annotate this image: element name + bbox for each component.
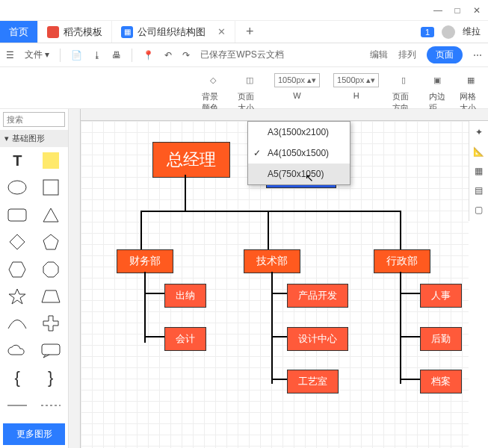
shape-hexagon[interactable] bbox=[3, 259, 32, 280]
menu-edit[interactable]: 编辑 bbox=[370, 49, 388, 61]
shape-palette: T { } bbox=[0, 147, 68, 420]
search-input[interactable] bbox=[3, 112, 65, 127]
ruler-icon[interactable]: 📐 bbox=[473, 146, 484, 157]
svg-rect-1 bbox=[43, 180, 58, 195]
shape-star[interactable] bbox=[3, 286, 32, 307]
canvas[interactable]: 总经理 副总经理 财务部 技术部 行政部 出纳 会计 产品开发 设计中心 工艺室 bbox=[81, 121, 469, 448]
save-status: 已保存至WPS云文档 bbox=[200, 49, 283, 61]
sidebar-section-basic[interactable]: ▾ 基础图形 bbox=[0, 130, 68, 147]
orient-control[interactable]: ▯页面方向 bbox=[392, 72, 415, 113]
node-leaf[interactable]: 人事 bbox=[420, 284, 462, 308]
more-icon[interactable]: ⋯ bbox=[473, 50, 482, 60]
shape-note[interactable] bbox=[37, 150, 66, 171]
shape-arc[interactable] bbox=[3, 313, 32, 334]
shape-brace-left[interactable]: { bbox=[3, 367, 32, 388]
node-dept-tech[interactable]: 技术部 bbox=[244, 249, 300, 273]
print-icon[interactable]: 🖶 bbox=[112, 50, 121, 60]
svg-marker-8 bbox=[9, 289, 25, 304]
shape-line[interactable] bbox=[3, 395, 32, 416]
node-leaf[interactable]: 工艺室 bbox=[287, 370, 339, 393]
node-leaf[interactable]: 会计 bbox=[164, 327, 206, 351]
svg-marker-9 bbox=[42, 290, 60, 302]
shape-text[interactable]: T bbox=[3, 150, 32, 171]
node-leaf[interactable]: 出纳 bbox=[164, 284, 206, 308]
node-leaf[interactable]: 档案 bbox=[420, 370, 462, 393]
file-menu[interactable]: 文件 ▾ bbox=[25, 49, 49, 61]
shape-octagon[interactable] bbox=[37, 259, 66, 280]
width-control[interactable]: 1050px▴▾W bbox=[274, 72, 320, 100]
layer-icon[interactable]: ▦ bbox=[475, 166, 483, 176]
pagesize-control[interactable]: ◫页面大小 bbox=[238, 72, 260, 113]
node-leaf[interactable]: 设计中心 bbox=[287, 327, 348, 351]
tab-template[interactable]: 稻壳模板 bbox=[38, 21, 112, 43]
menu-arrange[interactable]: 排列 bbox=[398, 49, 416, 61]
shape-trapezoid[interactable] bbox=[37, 286, 66, 307]
page-icon[interactable]: ▢ bbox=[475, 205, 483, 215]
bgcolor-control[interactable]: ◇背景颜色 bbox=[202, 72, 224, 113]
shape-brace-right[interactable]: } bbox=[37, 367, 66, 388]
node-dept-admin[interactable]: 行政部 bbox=[374, 249, 430, 273]
node-leaf[interactable]: 产品开发 bbox=[287, 284, 348, 308]
ruler-vertical bbox=[69, 109, 81, 448]
svg-marker-6 bbox=[9, 262, 25, 277]
menu-page[interactable]: 页面 bbox=[427, 46, 463, 63]
node-root[interactable]: 总经理 bbox=[152, 142, 230, 178]
shape-triangle[interactable] bbox=[37, 205, 66, 225]
titlebar: — □ ✕ bbox=[0, 0, 488, 21]
height-control[interactable]: 1500px▴▾H bbox=[333, 72, 379, 100]
notification-badge[interactable]: 1 bbox=[421, 27, 434, 37]
close-button[interactable]: ✕ bbox=[472, 5, 482, 16]
ruler-horizontal bbox=[81, 109, 488, 121]
save-icon[interactable]: 📄 bbox=[71, 50, 82, 60]
close-icon[interactable]: ✕ bbox=[217, 26, 226, 37]
tab-document[interactable]: ▦公司组织结构图✕ bbox=[112, 21, 235, 43]
svg-marker-7 bbox=[43, 262, 58, 277]
right-toolbar: ✦ 📐 ▦ ▤ ▢ bbox=[469, 121, 488, 221]
tab-home[interactable]: 首页 bbox=[0, 21, 38, 43]
svg-point-0 bbox=[8, 181, 26, 194]
redo-icon[interactable]: ↷ bbox=[182, 50, 190, 60]
dropdown-option-a5[interactable]: A5(750x1050) bbox=[248, 164, 350, 184]
pagesize-dropdown: A3(1500x2100) ✓A4(1050x1500) A5(750x1050… bbox=[247, 121, 350, 185]
svg-marker-5 bbox=[43, 234, 58, 249]
tabbar: 首页 稻壳模板 ▦公司组织结构图✕ + 1 维拉 bbox=[0, 21, 488, 43]
svg-marker-4 bbox=[10, 234, 25, 249]
node-leaf[interactable]: 后勤 bbox=[420, 327, 462, 351]
maximize-button[interactable]: □ bbox=[452, 5, 463, 16]
format-painter-icon[interactable]: 📍 bbox=[143, 50, 154, 60]
outline-icon[interactable]: ▤ bbox=[475, 185, 483, 196]
shape-ellipse[interactable] bbox=[3, 177, 32, 198]
more-shapes-button[interactable]: 更多图形 bbox=[3, 423, 65, 445]
shape-roundrect[interactable] bbox=[3, 205, 32, 225]
shape-diamond[interactable] bbox=[3, 231, 32, 252]
shape-callout[interactable] bbox=[37, 340, 66, 361]
shape-square[interactable] bbox=[37, 177, 66, 198]
tab-label: 稻壳模板 bbox=[64, 25, 102, 39]
dropdown-option-a4[interactable]: ✓A4(1050x1500) bbox=[248, 143, 350, 164]
canvas-area: 总经理 副总经理 财务部 技术部 行政部 出纳 会计 产品开发 设计中心 工艺室 bbox=[69, 109, 488, 448]
node-dept-finance[interactable]: 财务部 bbox=[117, 249, 173, 273]
shape-pentagon[interactable] bbox=[37, 231, 66, 252]
padding-control[interactable]: ▣内边距 bbox=[429, 72, 446, 113]
undo-icon[interactable]: ↶ bbox=[164, 50, 172, 60]
doc-icon: ▦ bbox=[121, 26, 133, 38]
main-toolbar: ☰ 文件 ▾ 📄 ⭳ 🖶 📍 ↶ ↷ 已保存至WPS云文档 编辑 排列 页面 ⋯ bbox=[0, 43, 488, 67]
compass-icon[interactable]: ✦ bbox=[475, 127, 483, 137]
shape-dashline[interactable] bbox=[37, 395, 66, 416]
avatar[interactable] bbox=[442, 25, 455, 39]
minimize-button[interactable]: — bbox=[433, 5, 443, 16]
dropdown-option-a3[interactable]: A3(1500x2100) bbox=[248, 122, 350, 143]
check-icon: ✓ bbox=[253, 148, 261, 158]
sidebar: ▾ 基础图形 T { } 更多图形 bbox=[0, 109, 69, 448]
download-icon[interactable]: ⭳ bbox=[93, 50, 102, 60]
property-bar: ◇背景颜色 ◫页面大小 1050px▴▾W 1500px▴▾H ▯页面方向 ▣内… bbox=[0, 67, 488, 109]
shape-cross[interactable] bbox=[37, 313, 66, 334]
grid-control[interactable]: ▦网格大小 bbox=[460, 72, 482, 113]
menu-icon[interactable]: ☰ bbox=[6, 50, 14, 60]
tab-add[interactable]: + bbox=[235, 21, 265, 43]
svg-rect-2 bbox=[8, 209, 26, 221]
shape-cloud[interactable] bbox=[3, 340, 32, 361]
svg-rect-10 bbox=[42, 344, 60, 355]
svg-marker-3 bbox=[43, 208, 58, 222]
template-icon bbox=[47, 26, 59, 38]
